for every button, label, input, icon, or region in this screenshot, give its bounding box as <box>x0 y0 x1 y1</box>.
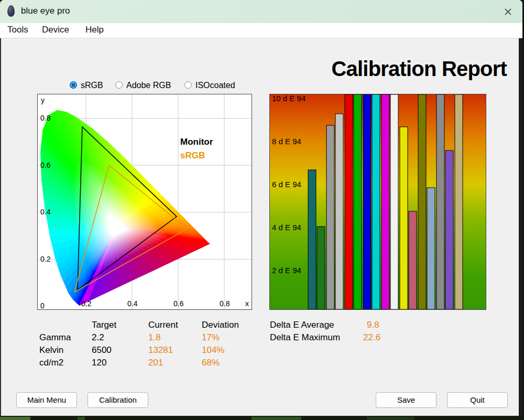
svg-text:0.8: 0.8 <box>220 299 230 308</box>
svg-text:y: y <box>41 96 45 104</box>
svg-text:6 d E 94: 6 d E 94 <box>272 180 301 189</box>
svg-text:0.4: 0.4 <box>40 208 51 216</box>
svg-text:2 d E 94: 2 d E 94 <box>272 266 301 275</box>
svg-text:0: 0 <box>40 301 45 309</box>
svg-text:0.2: 0.2 <box>40 255 51 263</box>
svg-text:10 d E 94: 10 d E 94 <box>272 94 305 103</box>
svg-text:x: x <box>245 299 249 308</box>
svg-text:0.6: 0.6 <box>173 299 184 308</box>
svg-text:Monitor: Monitor <box>180 137 213 147</box>
svg-text:4 d E 94: 4 d E 94 <box>272 223 301 232</box>
svg-text:0.8: 0.8 <box>40 114 51 122</box>
svg-text:0.6: 0.6 <box>40 161 51 169</box>
svg-text:0.2: 0.2 <box>81 299 92 308</box>
svg-text:sRGB: sRGB <box>180 150 205 160</box>
svg-text:8 d E 94: 8 d E 94 <box>272 137 301 146</box>
svg-text:0.4: 0.4 <box>127 299 138 308</box>
